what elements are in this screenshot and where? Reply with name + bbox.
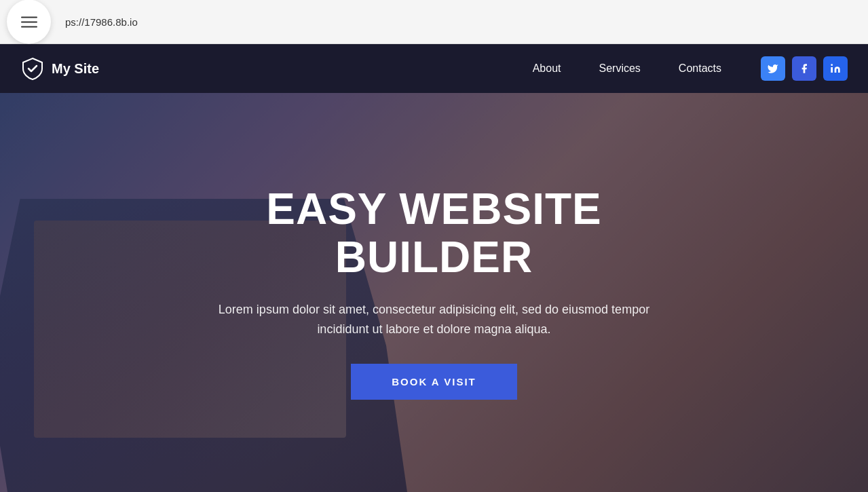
hamburger-line-3: [21, 26, 37, 27]
nav-link-contacts[interactable]: Contacts: [660, 44, 740, 93]
url-bar: ps://17986.8b.io: [65, 16, 138, 28]
social-twitter-button[interactable]: [761, 56, 785, 81]
svg-rect-0: [831, 67, 833, 73]
hero-subtitle: Lorem ipsum dolor sit amet, consectetur …: [193, 300, 675, 339]
hamburger-line-1: [21, 16, 37, 18]
twitter-icon: [767, 62, 779, 75]
nav-logo[interactable]: My Site: [20, 56, 99, 81]
nav-link-about[interactable]: About: [514, 44, 580, 93]
hero-title: EASY WEBSITE BUILDER: [193, 185, 675, 281]
hero-content: EASY WEBSITE BUILDER Lorem ipsum dolor s…: [180, 185, 689, 399]
nav-links: About Services Contacts: [514, 44, 740, 93]
shield-check-icon: [20, 56, 45, 81]
hamburger-button[interactable]: [7, 0, 51, 44]
social-facebook-button[interactable]: [792, 56, 816, 81]
hero-section: EASY WEBSITE BUILDER Lorem ipsum dolor s…: [0, 93, 868, 492]
facebook-icon: [799, 63, 810, 74]
book-visit-button[interactable]: BOOK A VISIT: [351, 364, 517, 400]
nav-link-services[interactable]: Services: [580, 44, 660, 93]
nav-socials: [761, 56, 848, 81]
hamburger-line-2: [21, 21, 37, 22]
svg-point-1: [831, 64, 833, 66]
linkedin-icon: [830, 63, 841, 74]
social-linkedin-button[interactable]: [823, 56, 848, 81]
navbar: My Site About Services Contacts: [0, 44, 868, 93]
browser-bar: ps://17986.8b.io: [0, 0, 868, 44]
nav-logo-text: My Site: [52, 61, 99, 77]
